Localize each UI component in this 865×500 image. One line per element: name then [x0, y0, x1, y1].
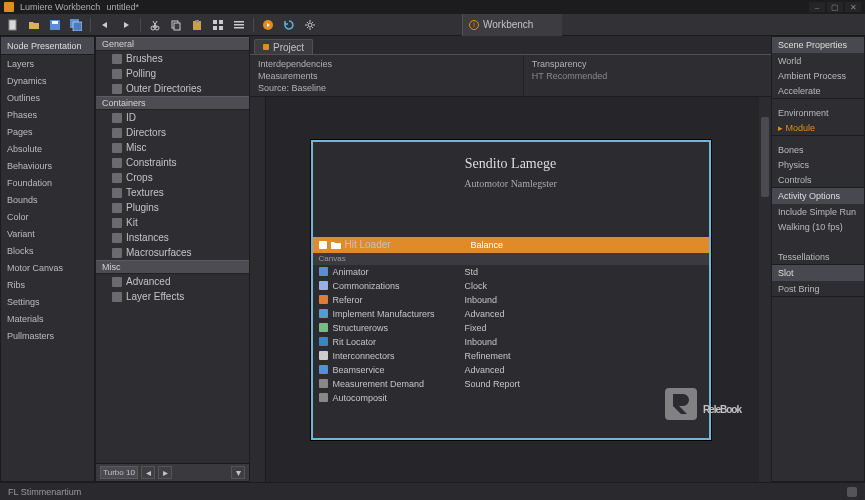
right-item[interactable]: Controls	[772, 172, 864, 187]
svg-rect-31	[112, 233, 122, 243]
mid-item[interactable]: Kit	[96, 215, 249, 230]
right-item[interactable]: Accelerate	[772, 83, 864, 98]
mid-group-misc-header[interactable]: Misc	[96, 260, 249, 274]
left-item[interactable]: Motor Canvas	[1, 259, 94, 276]
stage[interactable]: Sendito Lamege Automotor Namlegster Hit …	[311, 140, 711, 440]
prev-button[interactable]: ◂	[141, 466, 155, 479]
stage-subtitle: Automotor Namlegster	[313, 178, 709, 189]
left-item[interactable]: Behaviours	[1, 157, 94, 174]
maximize-button[interactable]: ▢	[827, 2, 843, 12]
minimize-button[interactable]: –	[809, 2, 825, 12]
stage-row[interactable]: InterconnectorsRefinement	[313, 349, 709, 363]
save-button[interactable]	[46, 16, 64, 34]
left-item[interactable]: Materials	[1, 310, 94, 327]
left-item[interactable]: Ribs	[1, 276, 94, 293]
stage-row[interactable]: Rit LocatorInbound	[313, 335, 709, 349]
stage-highlight-row[interactable]: Hit Loader Balance	[313, 237, 709, 253]
mid-item[interactable]: Instances	[96, 230, 249, 245]
right-item[interactable]	[772, 234, 864, 249]
mid-item[interactable]: Directors	[96, 125, 249, 140]
mid-item[interactable]: Misc	[96, 140, 249, 155]
gear-button[interactable]	[301, 16, 319, 34]
save-all-button[interactable]	[67, 16, 85, 34]
center-tab-project[interactable]: Project	[254, 39, 313, 54]
left-item[interactable]: Settings	[1, 293, 94, 310]
stage-row[interactable]: BeamserviceAdvanced	[313, 363, 709, 377]
right-item[interactable]: ▸ Module	[772, 120, 864, 135]
turbo-button[interactable]: Turbo 10	[100, 466, 138, 479]
right-item[interactable]: Environment	[772, 105, 864, 120]
highlight-right-label: Balance	[465, 240, 510, 250]
mid-item[interactable]: Crops	[96, 170, 249, 185]
right-item[interactable]: Bones	[772, 142, 864, 157]
left-panel-header: Node Presentation	[1, 37, 94, 55]
mid-item[interactable]: Advanced	[96, 274, 249, 289]
right-item[interactable]: Ambient Process	[772, 68, 864, 83]
left-item[interactable]: Layers	[1, 55, 94, 72]
stage-row[interactable]: AnimatorStd	[313, 265, 709, 279]
scrollbar-thumb[interactable]	[761, 117, 769, 197]
paste-button[interactable]	[188, 16, 206, 34]
svg-rect-16	[234, 24, 244, 26]
left-item[interactable]: Color	[1, 208, 94, 225]
center-tab-label: Project	[273, 42, 304, 53]
left-item[interactable]: Phases	[1, 106, 94, 123]
redo-button[interactable]	[117, 16, 135, 34]
stage-row[interactable]: StructurerowsFixed	[313, 321, 709, 335]
left-item[interactable]: Bounds	[1, 191, 94, 208]
svg-rect-0	[9, 20, 16, 30]
play-button[interactable]	[259, 16, 277, 34]
viewport[interactable]: Sendito Lamege Automotor Namlegster Hit …	[250, 97, 771, 482]
stage-row[interactable]: Implement ManufacturersAdvanced	[313, 307, 709, 321]
close-button[interactable]: ✕	[845, 2, 861, 12]
next-button[interactable]: ▸	[158, 466, 172, 479]
refresh-button[interactable]	[280, 16, 298, 34]
left-item[interactable]: Pages	[1, 123, 94, 140]
vertical-scrollbar[interactable]	[759, 97, 771, 482]
grid-button[interactable]	[209, 16, 227, 34]
mid-group-containers-list: IDDirectorsMiscConstraintsCropsTexturesP…	[96, 110, 249, 260]
mid-item[interactable]: ID	[96, 110, 249, 125]
list-button[interactable]	[230, 16, 248, 34]
collapse-button[interactable]: ▾	[231, 466, 245, 479]
file-new-button[interactable]	[4, 16, 22, 34]
stage-row[interactable]: CommonizationsClock	[313, 279, 709, 293]
mid-item[interactable]: Brushes	[96, 51, 249, 66]
mid-group-containers-header[interactable]: Containers	[96, 96, 249, 110]
file-open-button[interactable]	[25, 16, 43, 34]
mid-item[interactable]: Outer Directories	[96, 81, 249, 96]
right-item[interactable]: Walking (10 fps)	[772, 219, 864, 234]
stage-row[interactable]: Measurement DemandSound Report	[313, 377, 709, 391]
stage-row[interactable]: ReferorInbound	[313, 293, 709, 307]
mid-item[interactable]: Constraints	[96, 155, 249, 170]
bullet-icon	[319, 241, 327, 249]
mid-item[interactable]: Polling	[96, 66, 249, 81]
right-item[interactable]: Post Bring	[772, 281, 864, 296]
right-item[interactable]: Tessellations	[772, 249, 864, 264]
copy-button[interactable]	[167, 16, 185, 34]
svg-rect-22	[112, 84, 122, 94]
mid-item[interactable]: Textures	[96, 185, 249, 200]
left-item[interactable]: Pullmasters	[1, 327, 94, 344]
left-item[interactable]: Blocks	[1, 242, 94, 259]
left-item[interactable]: Variant	[1, 225, 94, 242]
right-item[interactable]: World	[772, 53, 864, 68]
mid-group-general-header[interactable]: General	[96, 37, 249, 51]
left-item[interactable]: Outlines	[1, 89, 94, 106]
left-item[interactable]: Dynamics	[1, 72, 94, 89]
right-item[interactable]: Include Simple Run	[772, 204, 864, 219]
svg-rect-27	[112, 173, 122, 183]
left-item[interactable]: Absolute	[1, 140, 94, 157]
mid-item[interactable]: Macrosurfaces	[96, 245, 249, 260]
center-body: Interdependencies Measurements Source: B…	[250, 54, 771, 482]
mode-tab[interactable]: i Workbench	[462, 14, 562, 36]
left-item[interactable]: Foundation	[1, 174, 94, 191]
cut-button[interactable]	[146, 16, 164, 34]
info-icon: i	[469, 20, 479, 30]
right-item[interactable]: Physics	[772, 157, 864, 172]
left-panel: Node Presentation LayersDynamicsOutlines…	[0, 36, 95, 482]
mid-item[interactable]: Layer Effects	[96, 289, 249, 304]
stage-row[interactable]: Autocomposit	[313, 391, 709, 405]
mid-item[interactable]: Plugins	[96, 200, 249, 215]
undo-button[interactable]	[96, 16, 114, 34]
